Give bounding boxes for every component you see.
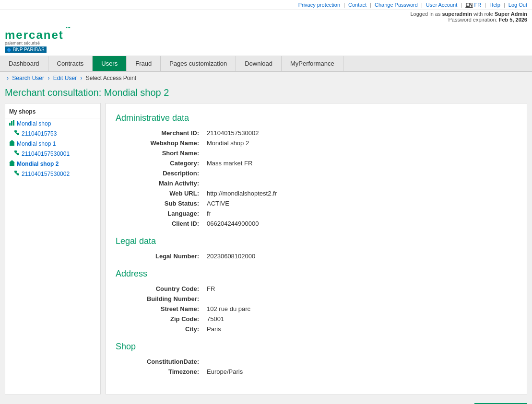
nav-item-myperformance[interactable]: MyPerformance xyxy=(282,56,343,71)
logout-link[interactable]: Log Out xyxy=(508,2,527,8)
field-label: Webshop Name: xyxy=(116,138,202,148)
phone-icon xyxy=(14,170,20,177)
table-row: Zip Code:75001 xyxy=(116,314,517,324)
field-value xyxy=(202,357,517,367)
field-value: Paris xyxy=(202,324,517,334)
field-value: 20230608102000 xyxy=(202,251,517,261)
main-panel: Administrative data Merchant ID:21104015… xyxy=(106,103,527,394)
field-label: Zip Code: xyxy=(116,314,202,324)
field-label: City: xyxy=(116,324,202,334)
table-row: Client ID:066204244900000 xyxy=(116,219,517,229)
top-bar: Privacy protection | Contact | Change Pa… xyxy=(0,0,532,10)
sidebar-item-link[interactable]: Mondial shop 1 xyxy=(17,140,56,147)
field-label: Main Activity: xyxy=(116,178,202,188)
sidebar-item-link[interactable]: 21104015753 xyxy=(22,130,57,137)
sidebar-item: 21104015753 xyxy=(5,128,100,139)
field-value: 211040157530002 xyxy=(202,128,517,138)
table-row: Description: xyxy=(116,168,517,178)
field-value: 102 rue du parc xyxy=(202,304,517,314)
logo-name: mercanet xyxy=(5,28,64,41)
logo-box: mercanet ••• paiement sécurisé 🔷 BNP PAR… xyxy=(5,28,527,53)
username-text: superadmin xyxy=(442,11,472,17)
table-row: Webshop Name:Mondial shop 2 xyxy=(116,138,517,148)
svg-rect-3 xyxy=(10,142,14,146)
logo-bnp: 🔷 BNP PARIBAS xyxy=(5,46,47,53)
breadcrumb-edit-user[interactable]: Edit User xyxy=(53,75,77,81)
field-label: Description: xyxy=(116,168,202,178)
contact-link[interactable]: Contact xyxy=(348,2,366,8)
auth-line: Logged in as superadmin with role Super … xyxy=(0,10,532,24)
lang-en[interactable]: EN xyxy=(465,2,473,8)
chart-icon xyxy=(9,120,15,127)
legal-data-heading: Legal data xyxy=(116,236,517,246)
nav-item-download[interactable]: Download xyxy=(236,56,282,71)
field-label: Category: xyxy=(116,158,202,168)
store-icon xyxy=(9,160,15,167)
password-expiry-date: Feb 5, 2026 xyxy=(499,17,527,23)
field-value: http://mondialshoptest2.fr xyxy=(202,188,517,198)
shop-table: ConstitutionDate: Timezone:Europe/Paris xyxy=(116,357,517,377)
logged-as-text: Logged in as xyxy=(410,11,440,17)
breadcrumb-search-user[interactable]: Search User xyxy=(12,75,44,81)
table-row: ConstitutionDate: xyxy=(116,357,517,367)
table-row: Merchant ID:211040157530002 xyxy=(116,128,517,138)
privacy-protection-link[interactable]: Privacy protection xyxy=(298,2,340,8)
svg-rect-0 xyxy=(9,123,11,126)
separator: | xyxy=(370,2,371,8)
separator: | xyxy=(461,2,462,8)
table-row: Short Name: xyxy=(116,148,517,158)
field-value xyxy=(202,148,517,158)
table-row: Country Code:FR xyxy=(116,284,517,294)
svg-marker-6 xyxy=(9,160,15,162)
breadcrumb-arrow: › xyxy=(80,75,82,81)
field-label: ConstitutionDate: xyxy=(116,357,202,367)
sidebar-tree: Mondial shop21104015753Mondial shop 1211… xyxy=(5,118,100,179)
sidebar-item: 211040157530002 xyxy=(5,169,100,179)
field-value: 066204244900000 xyxy=(202,219,517,229)
help-link[interactable]: Help xyxy=(489,2,500,8)
svg-marker-4 xyxy=(9,140,15,142)
legal-data-table: Legal Number:20230608102000 xyxy=(116,251,517,261)
breadcrumb: › Search User › Edit User › Select Acces… xyxy=(0,72,532,84)
field-label: Sub Status: xyxy=(116,198,202,208)
breadcrumb-arrow: › xyxy=(47,75,49,81)
address-heading: Address xyxy=(116,269,517,279)
admin-data-heading: Administrative data xyxy=(116,113,517,123)
nav-item-contracts[interactable]: Contracts xyxy=(48,56,93,71)
separator: | xyxy=(343,2,345,8)
sidebar-item: Mondial shop 1 xyxy=(5,139,100,149)
field-value xyxy=(202,294,517,304)
sidebar: My shops Mondial shop21104015753Mondial … xyxy=(5,103,101,394)
svg-rect-2 xyxy=(13,120,14,126)
field-value: 75001 xyxy=(202,314,517,324)
table-row: Language:fr xyxy=(116,208,517,219)
phone-icon xyxy=(14,130,20,137)
change-password-link[interactable]: Change Password xyxy=(375,2,418,8)
field-value: Europe/Paris xyxy=(202,367,517,377)
lang-fr-link[interactable]: FR xyxy=(474,2,482,8)
store-icon xyxy=(9,140,15,147)
nav-item-dashboard[interactable]: Dashboard xyxy=(0,56,48,71)
content-area: My shops Mondial shop21104015753Mondial … xyxy=(0,103,532,399)
role-text: Super Admin xyxy=(495,11,527,17)
breadcrumb-current: Select Access Point xyxy=(86,75,136,81)
sidebar-item-link[interactable]: Mondial shop 2 xyxy=(17,161,59,167)
field-value: Mondial shop 2 xyxy=(202,138,517,148)
sidebar-item-link[interactable]: 211040157530002 xyxy=(22,171,70,177)
phone-icon xyxy=(14,150,20,157)
role-prefix: with role xyxy=(473,11,493,17)
field-value: FR xyxy=(202,284,517,294)
field-label: Legal Number: xyxy=(116,251,202,261)
sidebar-item-link[interactable]: Mondial shop xyxy=(17,120,51,127)
field-value: Mass market FR xyxy=(202,158,517,168)
nav-item-users[interactable]: Users xyxy=(93,56,127,71)
sidebar-item-link[interactable]: 211040157530001 xyxy=(22,150,70,157)
table-row: City:Paris xyxy=(116,324,517,334)
table-row: Main Activity: xyxy=(116,178,517,188)
nav-item-fraud[interactable]: Fraud xyxy=(127,56,161,71)
page-title: Merchant consultation: Mondial shop 2 xyxy=(0,84,532,103)
nav-item-pages-customization[interactable]: Pages customization xyxy=(161,56,236,71)
user-account-link[interactable]: User Account xyxy=(426,2,457,8)
sidebar-item: Mondial shop 2 xyxy=(5,159,100,169)
field-label: Building Number: xyxy=(116,294,202,304)
